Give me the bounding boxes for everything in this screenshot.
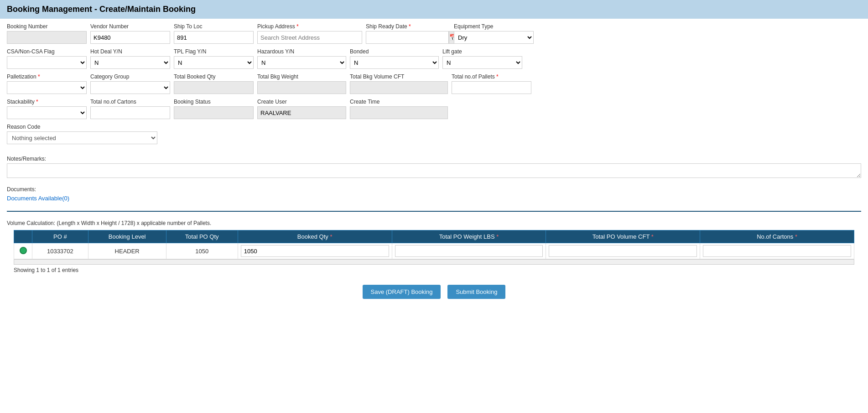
total-bkg-volume-label: Total Bkg Volume CFT bbox=[350, 73, 448, 80]
category-group-group: Category Group bbox=[90, 73, 170, 94]
tpl-flag-label: TPL Flag Y/N bbox=[174, 48, 254, 55]
equipment-type-select[interactable]: Dry Reefer Flatbed bbox=[454, 31, 534, 44]
table-row: 10333702 HEADER 1050 bbox=[14, 243, 854, 259]
tpl-flag-select[interactable]: N Y bbox=[174, 56, 254, 69]
documents-link[interactable]: Documents Available(0) bbox=[7, 195, 69, 202]
total-bkg-volume-input[interactable] bbox=[350, 81, 448, 94]
reason-code-dropdown: Nothing selected bbox=[7, 131, 157, 144]
ship-to-loc-label: Ship To Loc bbox=[174, 23, 254, 30]
csa-flag-group: CSA/Non-CSA Flag CSA Non-CSA bbox=[7, 48, 87, 69]
booking-status-input[interactable] bbox=[174, 106, 254, 119]
bonded-label: Bonded bbox=[350, 48, 439, 55]
col-no-of-cartons: No.of Cartons * bbox=[700, 230, 854, 243]
ship-ready-date-label: Ship Ready Date * bbox=[366, 23, 450, 30]
booked-qty-input[interactable] bbox=[241, 245, 389, 257]
row-total-po-volume-cell bbox=[546, 243, 700, 259]
hot-deal-select[interactable]: N Y bbox=[90, 56, 170, 69]
form-section: Booking Number Vendor Number Ship To Loc… bbox=[0, 19, 868, 153]
hazardous-group: Hazardous Y/N N Y bbox=[257, 48, 346, 69]
create-time-group: Create Time bbox=[350, 99, 448, 119]
total-booked-qty-label: Total Booked Qty bbox=[174, 73, 254, 80]
bonded-group: Bonded N Y bbox=[350, 48, 439, 69]
vendor-number-group: Vendor Number bbox=[90, 23, 170, 44]
total-bkg-weight-input[interactable] bbox=[257, 81, 346, 94]
row-booked-qty-cell bbox=[238, 243, 392, 259]
stackability-group: Stackability * Yes No bbox=[7, 99, 87, 119]
documents-label: Documents: bbox=[7, 186, 861, 193]
bonded-select[interactable]: N Y bbox=[350, 56, 439, 69]
liftgate-select[interactable]: N Y bbox=[442, 56, 522, 69]
page-title: Booking Management - Create/Maintain Boo… bbox=[0, 0, 868, 19]
create-time-label: Create Time bbox=[350, 99, 448, 105]
header-title: Booking Management - Create/Maintain Boo… bbox=[7, 5, 196, 14]
palletization-label: Palletization * bbox=[7, 73, 87, 80]
reason-code-label: Reason Code bbox=[7, 124, 157, 130]
category-group-select[interactable] bbox=[90, 81, 170, 94]
total-cartons-group: Total no.of Cartons bbox=[90, 99, 170, 119]
total-pallets-input[interactable] bbox=[452, 81, 531, 94]
horizontal-scrollbar[interactable] bbox=[14, 259, 854, 265]
booking-number-group: Booking Number bbox=[7, 23, 87, 44]
table-wrapper: PO # Booking Level Total PO Qty Booked Q… bbox=[14, 230, 854, 259]
ship-to-loc-input[interactable] bbox=[174, 31, 254, 44]
col-icon bbox=[14, 230, 32, 243]
col-booking-level: Booking Level bbox=[88, 230, 166, 243]
booking-status-label: Booking Status bbox=[174, 99, 254, 105]
hot-deal-group: Hot Deal Y/N N Y bbox=[90, 48, 170, 69]
form-row-5: Reason Code Nothing selected bbox=[7, 124, 861, 144]
tpl-flag-group: TPL Flag Y/N N Y bbox=[174, 48, 254, 69]
hazardous-select[interactable]: N Y bbox=[257, 56, 346, 69]
col-total-po-volume: Total PO Volume CFT * bbox=[546, 230, 700, 243]
stackability-select[interactable]: Yes No bbox=[7, 106, 87, 119]
save-draft-button[interactable]: Save (DRAFT) Booking bbox=[363, 285, 441, 299]
form-row-1: Booking Number Vendor Number Ship To Loc… bbox=[7, 23, 861, 44]
ship-ready-date-group: Ship Ready Date * 📅 bbox=[366, 23, 450, 44]
total-po-weight-input[interactable] bbox=[395, 245, 543, 257]
total-bkg-weight-label: Total Bkg Weight bbox=[257, 73, 346, 80]
create-user-input[interactable] bbox=[257, 106, 346, 119]
table-header: PO # Booking Level Total PO Qty Booked Q… bbox=[14, 230, 854, 243]
palletization-select[interactable]: Yes No bbox=[7, 81, 87, 94]
create-time-input[interactable] bbox=[350, 106, 448, 119]
no-of-cartons-input[interactable] bbox=[703, 245, 851, 257]
create-user-group: Create User bbox=[257, 99, 346, 119]
row-booking-level: HEADER bbox=[88, 243, 166, 259]
pickup-address-input[interactable] bbox=[257, 31, 362, 44]
reason-code-select[interactable]: Nothing selected bbox=[7, 131, 157, 144]
row-total-po-qty: 1050 bbox=[166, 243, 238, 259]
submit-booking-button[interactable]: Submit Booking bbox=[447, 285, 505, 299]
pickup-address-label: Pickup Address * bbox=[257, 23, 362, 30]
hazardous-label: Hazardous Y/N bbox=[257, 48, 346, 55]
row-no-of-cartons-cell bbox=[700, 243, 854, 259]
category-group-label: Category Group bbox=[90, 73, 170, 80]
ship-to-loc-group: Ship To Loc bbox=[174, 23, 254, 44]
create-user-label: Create User bbox=[257, 99, 346, 105]
total-bkg-weight-group: Total Bkg Weight bbox=[257, 73, 346, 94]
ship-ready-date-input[interactable] bbox=[366, 31, 449, 44]
palletization-group: Palletization * Yes No bbox=[7, 73, 87, 94]
total-booked-qty-input[interactable] bbox=[174, 81, 254, 94]
volume-calc-label: Volume Calculation: (Length x Width x He… bbox=[7, 220, 861, 226]
ship-ready-date-wrapper: 📅 bbox=[366, 31, 450, 44]
equipment-type-group: Equipment Type Dry Reefer Flatbed bbox=[454, 23, 534, 44]
section-divider bbox=[7, 211, 861, 212]
total-po-volume-input[interactable] bbox=[549, 245, 697, 257]
documents-section: Documents: Documents Available(0) bbox=[0, 184, 868, 206]
form-row-2: CSA/Non-CSA Flag CSA Non-CSA Hot Deal Y/… bbox=[7, 48, 861, 69]
vendor-number-input[interactable] bbox=[90, 31, 170, 44]
booking-number-input[interactable] bbox=[7, 31, 87, 44]
action-buttons: Save (DRAFT) Booking Submit Booking bbox=[0, 278, 868, 306]
notes-textarea[interactable] bbox=[7, 163, 861, 178]
col-total-po-qty: Total PO Qty bbox=[166, 230, 238, 243]
form-row-3: Palletization * Yes No Category Group To… bbox=[7, 73, 861, 94]
liftgate-label: Lift gate bbox=[442, 48, 522, 55]
booking-status-group: Booking Status bbox=[174, 99, 254, 119]
reason-code-group: Reason Code Nothing selected bbox=[7, 124, 157, 144]
total-pallets-label: Total no.of Pallets * bbox=[452, 73, 531, 80]
equipment-type-label: Equipment Type bbox=[454, 23, 534, 30]
table-body: 10333702 HEADER 1050 bbox=[14, 243, 854, 259]
total-cartons-input[interactable] bbox=[90, 106, 170, 119]
notes-label: Notes/Remarks: bbox=[7, 156, 861, 162]
csa-flag-select[interactable]: CSA Non-CSA bbox=[7, 56, 87, 69]
col-po-number: PO # bbox=[32, 230, 88, 243]
